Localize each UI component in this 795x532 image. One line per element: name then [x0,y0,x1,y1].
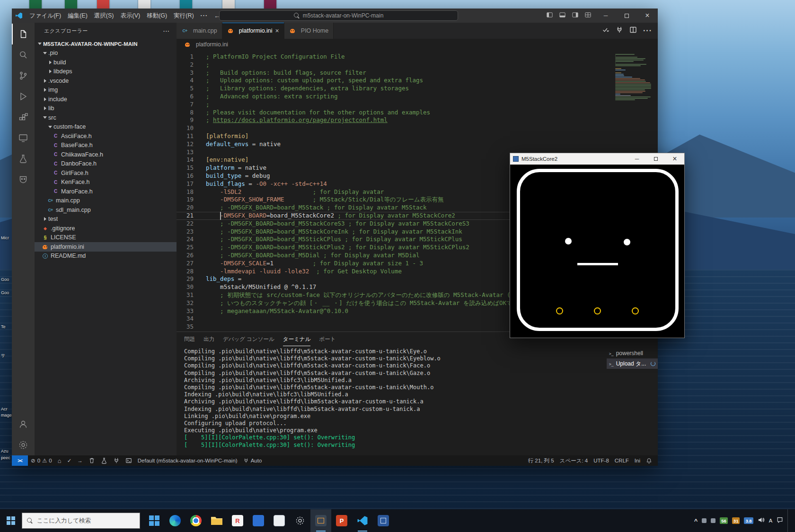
tab-main-cpp[interactable]: main.cpp [177,23,222,39]
pio-serial-monitor-button[interactable] [110,455,123,466]
show-desktop-strip[interactable] [787,509,789,532]
code-line[interactable]: 9; https://docs.platformio.org/page/proj… [177,116,658,124]
m5-touch-button-b[interactable] [594,307,601,314]
testing-icon[interactable] [12,148,35,169]
code-line[interactable]: 12default_envs = native [177,140,658,148]
pio-clean-button[interactable] [86,455,98,466]
source-control-icon[interactable] [12,65,35,86]
pio-upload-button[interactable] [74,455,86,466]
minimap[interactable] [615,54,653,104]
app-doc-icon[interactable] [269,509,290,532]
terminal-output[interactable]: Compiling .pio\build\native\libffd\m5sta… [177,346,607,455]
code-line[interactable]: 10 [177,124,658,132]
tree-item[interactable]: lib [35,104,177,113]
remote-explorer-icon[interactable] [12,128,35,148]
tree-item[interactable]: README.md [35,252,177,261]
store-icon[interactable] [144,509,165,532]
plug-icon[interactable] [616,26,623,35]
tab-pio-home[interactable]: PIO Home [284,23,334,39]
tree-item[interactable]: .pio [35,49,177,58]
tree-item[interactable]: libdeps [35,67,177,77]
pio-env-switcher[interactable]: Default (m5stack-avatar-on-WinPC-main) [135,455,240,466]
minimize-button[interactable] [595,9,616,23]
panel-tab-terminal[interactable]: ターミナル [283,332,311,346]
language-mode[interactable]: Ini [632,458,643,463]
code-line[interactable]: 3; Build options: build flags, source fi… [177,69,658,77]
tree-item[interactable]: LICENSE [35,233,177,243]
tree-item[interactable]: include [35,95,177,104]
tree-item[interactable]: custom-face [35,122,177,132]
chrome-icon[interactable] [186,509,206,532]
toggle-sidebar-icon[interactable] [546,11,553,20]
tab-platformio-ini[interactable]: platformio.ini [222,23,284,39]
pio-test-button[interactable] [98,455,110,466]
menu-selection[interactable]: 選択(S) [91,9,117,23]
hw-monitor-badge[interactable]: 3.8 [744,517,753,524]
notifications-bell-icon[interactable] [643,458,655,464]
serial-port-selector[interactable]: Auto [240,455,265,466]
app-r-icon[interactable] [227,509,248,532]
toggle-panel-icon[interactable] [559,11,566,20]
customize-layout-icon[interactable] [584,11,592,20]
tree-item[interactable]: sdl_main.cpp [35,205,177,215]
close-button[interactable] [637,9,658,23]
indentation[interactable]: スペース: 4 [557,457,591,464]
settings-icon[interactable] [290,509,310,532]
menu-view[interactable]: 表示(V) [117,9,143,23]
search-icon[interactable] [12,44,35,65]
tree-item[interactable]: .vscode [35,76,177,86]
tree-item[interactable]: MaroFace.h [35,187,177,196]
menu-file[interactable]: ファイル(F) [26,9,64,23]
panel-tab-ports[interactable]: ポート [319,332,336,346]
vscode-taskbar-icon[interactable] [352,509,373,532]
command-center-search[interactable]: m5stack-avatar-on-WinPC-main [219,10,458,21]
panel-tab-problems[interactable]: 問題 [184,332,195,346]
platformio-icon[interactable] [12,169,35,190]
run-task-icon[interactable] [602,26,610,35]
remote-indicator[interactable] [12,455,28,466]
eol-sequence[interactable]: CRLF [612,458,632,463]
menu-run[interactable]: 実行(R) [170,9,197,23]
tree-item[interactable]: BaseFace.h [35,141,177,150]
m5-close-button[interactable] [665,153,684,165]
close-tab-icon[interactable] [275,27,279,35]
problems-status[interactable]: 0 0 [28,455,55,466]
pio-home-button[interactable] [55,455,64,466]
code-line[interactable]: 6; Advanced options: extra scripting [177,93,658,101]
file-explorer-icon[interactable] [206,509,227,532]
hw-monitor-badge[interactable]: 56 [720,517,728,524]
tray-app-icon[interactable] [711,518,716,523]
settings-gear-icon[interactable] [12,435,35,455]
powerpoint-icon[interactable] [331,509,352,532]
terminal-item-upload-task[interactable]: Upload タ... [607,358,658,369]
extensions-icon[interactable] [12,107,35,128]
app-blue-icon[interactable] [248,509,269,532]
word-icon[interactable] [373,509,394,532]
code-line[interactable]: 7; [177,101,658,109]
edge-icon[interactable] [165,509,186,532]
panel-tab-debug-console[interactable]: デバッグ コンソール [223,332,274,346]
code-line[interactable]: 2; [177,61,658,69]
menu-edit[interactable]: 編集(E) [64,9,91,23]
code-line[interactable]: 4; Upload options: custom upload port, s… [177,77,658,85]
maximize-button[interactable] [616,9,637,23]
editor-more-actions-icon[interactable] [643,26,652,35]
tree-item[interactable]: ChiikawaFace.h [35,150,177,159]
menu-overflow-icon[interactable] [197,9,212,23]
m5-display[interactable] [510,165,684,338]
tree-item[interactable]: build [35,58,177,67]
code-line[interactable]: 1; PlatformIO Project Configuration File [177,53,658,61]
tree-item[interactable]: img [35,86,177,95]
code-line[interactable]: 5; Library options: dependencies, extra … [177,85,658,93]
m5-titlebar[interactable]: M5StackCore2 [510,153,684,165]
m5stack-app-icon[interactable] [310,509,331,532]
menu-go[interactable]: 移動(G) [143,9,170,23]
explorer-more-actions-icon[interactable] [163,28,170,34]
toggle-secondary-sidebar-icon[interactable] [572,11,579,20]
pio-build-button[interactable] [64,455,75,466]
tree-item[interactable]: M5STACK-AVATAR-ON-WINPC-MAIN [35,39,177,49]
run-and-debug-icon[interactable] [12,86,35,107]
m5-minimize-button[interactable] [627,153,646,165]
encoding[interactable]: UTF-8 [591,458,612,463]
tree-item[interactable]: platformio.ini [35,242,177,252]
